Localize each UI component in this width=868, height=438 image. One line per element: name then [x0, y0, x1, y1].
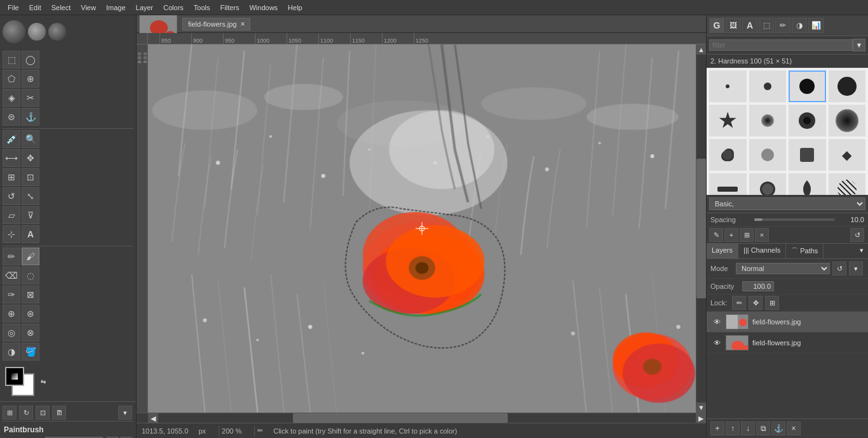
tool-rect-select[interactable]: ⬚ — [3, 51, 20, 69]
tool-fuzzy-select[interactable]: ⊕ — [22, 70, 39, 88]
tool-text[interactable]: A — [22, 225, 39, 243]
rp-icon-font[interactable]: A — [742, 18, 757, 33]
layer-item-2[interactable]: 👁 field-flowers.jpg — [707, 333, 868, 354]
brush-item-2[interactable] — [749, 70, 787, 102]
layer-raise-btn[interactable]: ↑ — [726, 421, 740, 435]
brush-item-13[interactable] — [709, 173, 747, 195]
tool-blur-sharpen[interactable]: ◎ — [3, 324, 20, 342]
brush-item-6[interactable] — [749, 105, 787, 136]
canvas-viewport[interactable] — [148, 44, 696, 413]
scroll-right-btn[interactable]: ▶ — [696, 413, 706, 423]
tool-select-by-color[interactable]: ◈ — [3, 89, 20, 107]
rp-btn-duplicate[interactable]: ⊞ — [740, 228, 754, 242]
tool-clone[interactable]: ⊠ — [22, 286, 39, 303]
tool-perspective-clone[interactable]: ⊛ — [22, 305, 39, 322]
layers-opacity-input[interactable] — [742, 281, 774, 291]
layers-mode-reset-btn[interactable]: ↺ — [832, 262, 846, 275]
tool-shear[interactable]: ▱ — [3, 206, 20, 224]
tool-foreground-select[interactable]: ⊜ — [3, 108, 20, 126]
tool-align[interactable]: ⊞ — [3, 168, 20, 186]
rp-icon-pencil[interactable]: ✏ — [775, 18, 790, 33]
rp-icon-palette[interactable]: ⬚ — [759, 18, 774, 33]
tool-rotate[interactable]: ↺ — [3, 187, 20, 205]
tool-scissors[interactable]: ✂ — [22, 89, 39, 107]
rp-icon-histogram[interactable]: 📊 — [808, 18, 824, 33]
brush-item-12[interactable]: ◆ — [829, 139, 866, 171]
tool-bucket-fill[interactable]: 🪣 — [22, 343, 39, 361]
lock-pixels-btn[interactable]: ✏ — [732, 296, 746, 310]
brush-item-5[interactable] — [709, 105, 747, 136]
brush-item-4[interactable] — [829, 70, 866, 102]
lock-alpha-btn[interactable]: ⊞ — [765, 296, 779, 310]
rp-icon-image[interactable]: 🖼 — [726, 18, 741, 33]
tool-free-select[interactable]: ⬠ — [3, 70, 20, 88]
menu-help[interactable]: Help — [283, 3, 308, 13]
scroll-down-btn[interactable]: ▼ — [696, 402, 706, 413]
brush-item-8[interactable] — [829, 105, 866, 136]
tool-options-icon-4[interactable]: 🖹 — [52, 406, 66, 420]
brush-item-16[interactable] — [829, 173, 866, 195]
tab-channels[interactable]: ||| Channels — [738, 244, 786, 258]
layers-mode-dropdown-btn[interactable]: ▾ — [849, 262, 863, 275]
menu-file[interactable]: File — [3, 3, 24, 13]
tool-dodge-burn[interactable]: ◑ — [3, 343, 20, 361]
rp-btn-new[interactable]: + — [724, 228, 738, 242]
tool-paths[interactable]: ⚓ — [22, 108, 39, 126]
scroll-up-btn[interactable]: ▲ — [696, 44, 706, 55]
tab-layers[interactable]: Layers — [707, 244, 738, 258]
tool-airbrush[interactable]: ◌ — [22, 267, 39, 284]
scroll-left-btn[interactable]: ◀ — [148, 413, 158, 423]
tab-paths[interactable]: ⌒ Paths — [786, 244, 824, 258]
filter-dropdown-btn[interactable]: ▼ — [853, 39, 865, 51]
layers-mode-select[interactable]: Normal — [736, 263, 830, 274]
scroll-thumb-h[interactable] — [293, 413, 508, 423]
brush-item-9[interactable] — [709, 139, 747, 171]
lock-position-btn[interactable]: ✥ — [749, 296, 763, 310]
menu-layer[interactable]: Layer — [131, 3, 159, 13]
brush-item-10[interactable] — [749, 139, 787, 171]
swap-colors-icon[interactable]: ⇆ — [41, 378, 46, 385]
brush-item-15[interactable] — [789, 173, 826, 195]
tool-paintbrush[interactable]: 🖌 — [22, 248, 39, 265]
rp-btn-refresh[interactable]: ↺ — [850, 228, 864, 242]
layer-item-1[interactable]: 👁 field-flowers.jpg — [707, 312, 868, 333]
scroll-thumb-v[interactable] — [696, 159, 706, 298]
tool-ink[interactable]: ✑ — [3, 286, 20, 303]
brush-filter-input[interactable] — [709, 39, 853, 51]
brush-item-3[interactable] — [789, 70, 826, 102]
tool-color-picker[interactable]: 💉 — [3, 130, 20, 148]
menu-view[interactable]: View — [76, 3, 101, 13]
scrollbar-vertical[interactable]: ▲ ▼ — [696, 44, 706, 413]
menu-tools[interactable]: Tools — [189, 3, 215, 13]
tool-perspective[interactable]: ⊽ — [22, 206, 39, 224]
layer-delete-btn[interactable]: × — [787, 421, 801, 435]
canvas-tab-1[interactable]: field-flowers.jpg × — [182, 18, 250, 30]
layer-lower-btn[interactable]: ↓ — [741, 421, 755, 435]
layer-2-visibility-btn[interactable]: 👁 — [710, 336, 723, 349]
tool-smudge[interactable]: ⊗ — [22, 324, 39, 342]
tool-measure[interactable]: ⟷ — [3, 149, 20, 167]
tool-options-icon-1[interactable]: ⊞ — [3, 406, 17, 420]
rp-icon-color-wheel[interactable]: ◑ — [792, 18, 807, 33]
tool-heal[interactable]: ⊕ — [3, 305, 20, 322]
menu-select[interactable]: Select — [46, 3, 76, 13]
brush-item-11[interactable] — [789, 139, 826, 171]
menu-image[interactable]: Image — [101, 3, 131, 13]
tool-pencil[interactable]: ✏ — [3, 248, 20, 265]
rp-icon-gimp[interactable]: G — [709, 18, 724, 33]
layer-1-visibility-btn[interactable]: 👁 — [710, 315, 723, 328]
layers-tab-menu-btn[interactable]: ▾ — [855, 244, 868, 256]
menu-edit[interactable]: Edit — [24, 3, 46, 13]
rp-btn-delete[interactable]: × — [755, 228, 769, 242]
brush-item-14[interactable] — [749, 173, 787, 195]
tool-options-icon-2[interactable]: ↻ — [19, 406, 33, 420]
brush-category-select[interactable]: Basic, Bristle Brushes Calligraphic Lega… — [709, 197, 865, 210]
tool-options-menu-btn[interactable]: ▾ — [118, 406, 132, 420]
tool-eraser[interactable]: ⌫ — [3, 267, 20, 284]
brush-grid[interactable]: ◆ — [707, 68, 868, 195]
tool-ellipse-select[interactable]: ◯ — [22, 51, 39, 69]
tool-scale[interactable]: ⤡ — [22, 187, 39, 205]
reset-colors-btn[interactable] — [11, 373, 18, 380]
layer-duplicate-btn[interactable]: ⧉ — [756, 421, 770, 435]
menu-filters[interactable]: Filters — [215, 3, 245, 13]
